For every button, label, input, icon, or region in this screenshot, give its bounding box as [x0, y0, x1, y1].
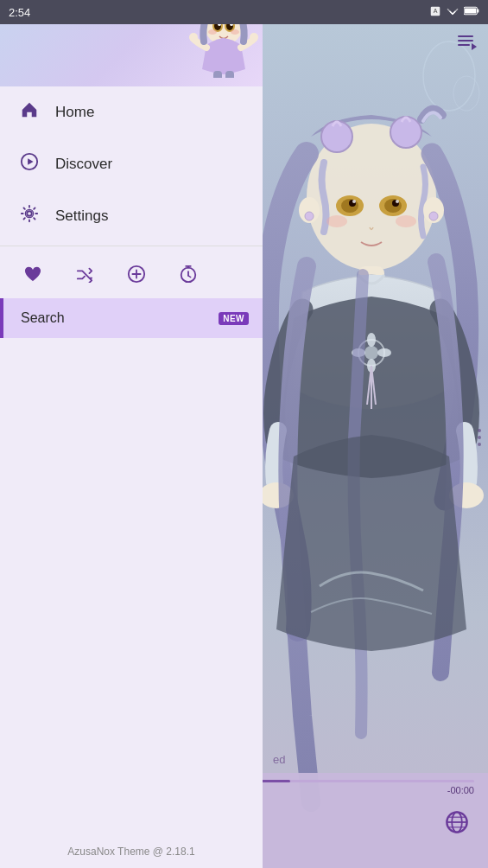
svg-point-66 [27, 211, 32, 216]
svg-rect-60 [225, 71, 234, 78]
globe-icon [445, 810, 469, 834]
svg-line-73 [188, 276, 191, 278]
nav-home[interactable]: Home [0, 86, 263, 138]
queue-icon[interactable] [457, 33, 478, 56]
battery-icon [464, 6, 479, 18]
svg-point-22 [396, 215, 416, 227]
svg-point-19 [352, 200, 356, 203]
search-label: Search [21, 310, 65, 326]
status-time: 2:54 [9, 6, 30, 19]
status-bar: 2:54 A [0, 0, 488, 24]
svg-point-56 [231, 29, 239, 35]
svg-point-58 [250, 33, 258, 41]
dot-2 [478, 436, 481, 439]
svg-point-23 [321, 121, 352, 152]
nav-discover[interactable]: Discover [0, 138, 263, 190]
svg-point-20 [396, 200, 399, 203]
home-label: Home [55, 104, 94, 121]
timer-icon [179, 265, 198, 284]
timer-button[interactable] [173, 258, 204, 290]
svg-point-27 [364, 346, 378, 360]
wifi-icon [446, 6, 459, 19]
svg-point-57 [189, 33, 198, 41]
dot-1 [478, 429, 481, 432]
new-badge: NEW [219, 312, 249, 325]
dots-menu[interactable] [478, 429, 481, 446]
drawer-footer: AzusaNox Theme @ 2.18.1 [0, 846, 263, 858]
nav-search[interactable]: Search NEW [0, 298, 263, 338]
svg-point-11 [305, 212, 314, 220]
favorites-button[interactable] [17, 258, 48, 290]
nav-settings[interactable]: Settings [0, 190, 263, 242]
globe-button[interactable] [440, 805, 474, 839]
shuffle-button[interactable] [69, 258, 100, 290]
add-playlist-button[interactable] [121, 258, 152, 290]
svg-point-55 [208, 29, 217, 35]
divider-1 [0, 246, 263, 246]
svg-point-24 [390, 117, 421, 148]
dot-3 [478, 443, 481, 446]
svg-point-12 [429, 212, 438, 220]
discover-icon [17, 152, 41, 176]
home-icon [17, 100, 41, 124]
shuffle-icon [75, 265, 94, 283]
heart-icon [23, 265, 42, 283]
svg-rect-4 [465, 8, 476, 13]
queue-list-icon [457, 33, 478, 52]
svg-point-21 [326, 215, 347, 227]
svg-point-65 [28, 160, 31, 163]
settings-label: Settings [55, 207, 108, 225]
navigation-drawer: Home Discover Settings [0, 0, 263, 868]
svg-marker-40 [472, 43, 477, 50]
add-circle-icon [127, 265, 146, 284]
progress-time: -00:00 [447, 785, 474, 795]
svg-rect-3 [477, 9, 478, 12]
discover-label: Discover [55, 156, 112, 173]
status-icons: A [429, 5, 479, 20]
notification-icon: A [429, 5, 441, 20]
icon-row [0, 250, 263, 298]
footer-text: AzusaNox Theme @ 2.18.1 [67, 846, 194, 858]
svg-text:A: A [434, 8, 438, 14]
settings-icon [17, 204, 41, 228]
svg-point-28 [367, 333, 376, 347]
svg-point-31 [377, 348, 391, 357]
svg-rect-59 [213, 71, 222, 78]
char-label: ed [273, 753, 285, 766]
